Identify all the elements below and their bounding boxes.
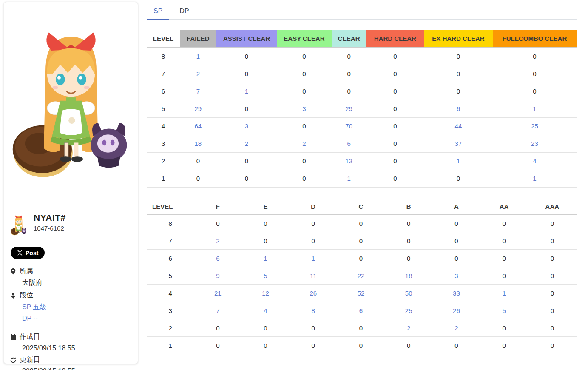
score-count-link[interactable]: 1 bbox=[493, 170, 577, 187]
column-header-assist-clear: ASSIST CLEAR bbox=[216, 30, 277, 48]
score-count-link[interactable]: 1 bbox=[480, 285, 528, 302]
score-count-link[interactable]: 5 bbox=[241, 267, 289, 285]
score-count: 0 bbox=[493, 83, 577, 100]
score-count: 0 bbox=[216, 48, 277, 65]
score-count-link[interactable]: 1 bbox=[241, 250, 289, 267]
profile-field-link[interactable]: SP 五級 bbox=[22, 303, 129, 312]
rank-icon bbox=[10, 292, 17, 299]
score-count-link[interactable]: 6 bbox=[194, 250, 241, 267]
score-count-link[interactable]: 18 bbox=[180, 135, 216, 152]
score-count-link[interactable]: 29 bbox=[180, 100, 216, 117]
score-count-link[interactable]: 8 bbox=[290, 302, 337, 319]
score-count: 0 bbox=[528, 267, 577, 285]
column-header-ex-hard-clear: EX HARD CLEAR bbox=[424, 30, 493, 48]
score-count-link[interactable]: 9 bbox=[194, 267, 241, 285]
score-count-link[interactable]: 70 bbox=[332, 117, 366, 135]
profile-field-value: 2025/09/15 18:55 bbox=[22, 367, 129, 370]
score-count: 0 bbox=[290, 319, 337, 337]
score-count-link[interactable]: 3 bbox=[432, 267, 480, 285]
clear-lamp-header-row: LEVELFAILEDASSIST CLEAREASY CLEARCLEARHA… bbox=[147, 30, 577, 48]
score-count-link[interactable]: 64 bbox=[180, 117, 216, 135]
score-count: 0 bbox=[337, 232, 385, 250]
score-count-link[interactable]: 5 bbox=[480, 302, 528, 319]
score-count-link[interactable]: 7 bbox=[180, 83, 216, 100]
score-count-link[interactable]: 2 bbox=[277, 135, 331, 152]
score-count-link[interactable]: 2 bbox=[216, 135, 277, 152]
score-count-link[interactable]: 2 bbox=[194, 232, 241, 250]
score-count-link[interactable]: 6 bbox=[424, 100, 493, 117]
column-header-d: D bbox=[290, 199, 337, 215]
level-column-header: LEVEL bbox=[147, 30, 180, 48]
score-count-link[interactable]: 33 bbox=[432, 285, 480, 302]
score-count-link[interactable]: 23 bbox=[493, 135, 577, 152]
tab-dp[interactable]: DP bbox=[173, 5, 196, 19]
score-count-link[interactable]: 2 bbox=[385, 319, 432, 337]
score-count-link[interactable]: 29 bbox=[332, 100, 366, 117]
score-count-link[interactable]: 1 bbox=[180, 48, 216, 65]
level-cell: 5 bbox=[147, 267, 194, 285]
score-count: 0 bbox=[480, 319, 528, 337]
score-count-link[interactable]: 3 bbox=[216, 117, 277, 135]
column-header-easy-clear: EASY CLEAR bbox=[277, 30, 331, 48]
score-count: 0 bbox=[385, 250, 432, 267]
column-header-c: C bbox=[337, 199, 385, 215]
score-count-link[interactable]: 22 bbox=[337, 267, 385, 285]
score-count-link[interactable]: 6 bbox=[332, 135, 366, 152]
profile-field-link[interactable]: DP -- bbox=[22, 315, 129, 322]
table-row: 31822603723 bbox=[147, 135, 577, 152]
score-count: 0 bbox=[277, 83, 331, 100]
profile-field: 段位SP 五級DP -- bbox=[10, 291, 129, 322]
score-count-link[interactable]: 37 bbox=[424, 135, 493, 152]
score-count-link[interactable]: 13 bbox=[332, 152, 366, 170]
column-header-aaa: AAA bbox=[528, 199, 577, 215]
score-count-link[interactable]: 26 bbox=[290, 285, 337, 302]
score-count-link[interactable]: 26 bbox=[432, 302, 480, 319]
score-count: 0 bbox=[241, 319, 289, 337]
score-count-link[interactable]: 44 bbox=[424, 117, 493, 135]
score-count-link[interactable]: 2 bbox=[432, 319, 480, 337]
score-count: 0 bbox=[528, 232, 577, 250]
score-count-link[interactable]: 7 bbox=[194, 302, 241, 319]
play-mode-tabs: SP DP bbox=[147, 0, 577, 20]
score-count-link[interactable]: 1 bbox=[424, 152, 493, 170]
score-count-link[interactable]: 1 bbox=[290, 250, 337, 267]
score-count: 0 bbox=[528, 250, 577, 267]
score-count: 0 bbox=[366, 83, 424, 100]
score-count: 0 bbox=[385, 215, 432, 232]
level-cell: 3 bbox=[147, 302, 194, 319]
score-count: 0 bbox=[332, 65, 366, 83]
score-count-link[interactable]: 52 bbox=[337, 285, 385, 302]
score-count-link[interactable]: 3 bbox=[277, 100, 331, 117]
table-row: 5290329061 bbox=[147, 100, 577, 117]
score-count-link[interactable]: 11 bbox=[290, 267, 337, 285]
score-count: 0 bbox=[180, 170, 216, 187]
score-count: 0 bbox=[216, 152, 277, 170]
score-count-link[interactable]: 25 bbox=[385, 302, 432, 319]
score-count: 0 bbox=[241, 337, 289, 354]
tab-sp[interactable]: SP bbox=[147, 5, 169, 20]
score-count-link[interactable]: 4 bbox=[493, 152, 577, 170]
score-count: 0 bbox=[241, 215, 289, 232]
x-post-button[interactable]: Post bbox=[11, 247, 45, 259]
score-count-link[interactable]: 2 bbox=[180, 65, 216, 83]
score-count-link[interactable]: 1 bbox=[216, 83, 277, 100]
score-count-link[interactable]: 4 bbox=[241, 302, 289, 319]
score-count-link[interactable]: 25 bbox=[493, 117, 577, 135]
score-count: 0 bbox=[432, 250, 480, 267]
score-count-link[interactable]: 1 bbox=[332, 170, 366, 187]
column-header-failed: FAILED bbox=[180, 30, 216, 48]
score-count: 0 bbox=[480, 250, 528, 267]
score-count-link[interactable]: 18 bbox=[385, 267, 432, 285]
score-count-link[interactable]: 1 bbox=[493, 100, 577, 117]
score-count: 0 bbox=[424, 48, 493, 65]
score-count: 0 bbox=[337, 215, 385, 232]
score-count-link[interactable]: 50 bbox=[385, 285, 432, 302]
level-cell: 6 bbox=[147, 83, 180, 100]
score-count-link[interactable]: 12 bbox=[241, 285, 289, 302]
score-count: 0 bbox=[424, 83, 493, 100]
avatar bbox=[10, 213, 28, 238]
column-header-aa: AA bbox=[480, 199, 528, 215]
column-header-clear: CLEAR bbox=[332, 30, 366, 48]
score-count-link[interactable]: 21 bbox=[194, 285, 241, 302]
score-count-link[interactable]: 6 bbox=[337, 302, 385, 319]
